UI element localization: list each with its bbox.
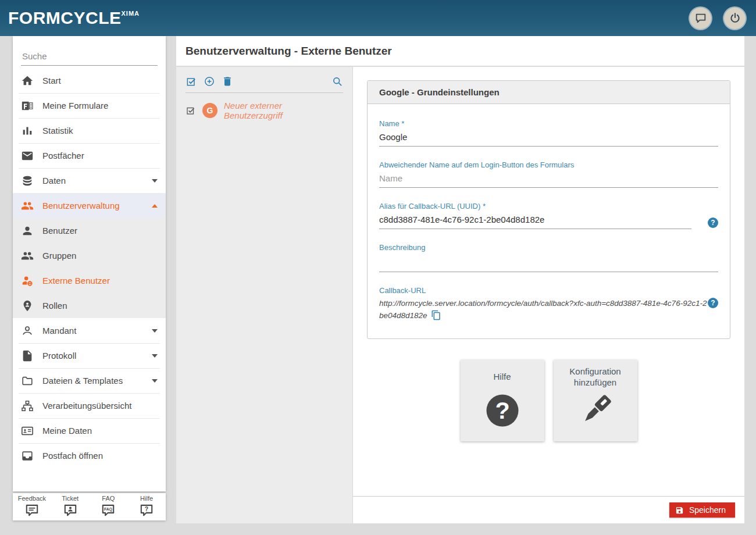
logout-button[interactable] [724, 8, 746, 29]
sidebar-item-externe-benutzer[interactable]: Externe Benutzer [13, 268, 166, 293]
sidebar-item-label: Verarbeitungsübersicht [42, 401, 131, 411]
app-logo: FORMCYCLEXIMA [8, 8, 140, 28]
user-globe-icon [21, 274, 34, 287]
help-icon[interactable]: ? [708, 217, 718, 228]
alt-name-input[interactable] [379, 172, 718, 188]
help-bubble-icon: ? [139, 502, 154, 518]
name-field-group: Name * [379, 119, 718, 147]
card-body: Name * Abweichender Name auf dem Login-B… [368, 104, 730, 338]
chevron-down-icon [152, 354, 158, 358]
list-toolbar [176, 67, 352, 92]
konfiguration-tile-label: Konfiguration hinzufügen [561, 366, 630, 389]
ticket-button[interactable]: Ticket [51, 493, 90, 520]
callback-url-value: http://formcycle.server.location/formcyc… [379, 298, 708, 322]
question-circle-icon: ? [483, 391, 522, 430]
sidebar-item-label: Benutzerverwaltung [42, 201, 120, 211]
sidebar-item-benutzerverwaltung[interactable]: Benutzerverwaltung [13, 193, 166, 218]
alt-name-label: Abweichender Name auf dem Login-Button d… [379, 160, 718, 169]
copy-icon[interactable] [431, 310, 441, 320]
sidebar-item-dateien-templates[interactable]: Dateien & Templates [13, 368, 166, 393]
sidebar-item-meine-formulare[interactable]: Meine Formulare [13, 93, 166, 118]
database-icon [21, 174, 34, 187]
svg-text:?: ? [145, 506, 148, 512]
action-tiles: Hilfe ? Konfiguration hinzufügen [353, 360, 744, 441]
search-icon[interactable] [331, 76, 343, 87]
sidebar-item-postfach-oeffnen[interactable]: Postfach öffnen [13, 443, 166, 468]
sidebar-item-verarbeitungsuebersicht[interactable]: Verarbeitungsübersicht [13, 393, 166, 418]
ticket-label: Ticket [62, 495, 79, 502]
id-card-icon [21, 425, 34, 437]
chevron-down-icon [152, 379, 158, 383]
chevron-up-icon [152, 204, 158, 208]
detail-panel: Google - Grundeinstellungen Name * Abwei… [352, 67, 744, 523]
external-users-list-panel: G Neuer externer Benutzerzugriff [176, 67, 352, 523]
sidebar-item-label: Dateien & Templates [42, 376, 123, 386]
faq-button[interactable]: FAQ FAQ [90, 493, 128, 520]
mail-icon [21, 149, 34, 162]
feedback-button[interactable]: Feedback [13, 493, 51, 520]
chevron-down-icon [152, 329, 158, 333]
chevron-down-icon [152, 179, 158, 183]
sidebar-item-label: Postfach öffnen [42, 451, 103, 461]
screwdriver-icon [576, 391, 615, 430]
sidebar-item-benutzer[interactable]: Benutzer [13, 218, 166, 243]
sidebar-footer: Feedback Ticket FAQ FAQ Hilfe [13, 493, 166, 520]
sidebar-item-mandant[interactable]: Mandant [13, 318, 166, 343]
sidebar-item-label: Rollen [42, 301, 67, 311]
feedback-bubble-icon [24, 502, 40, 518]
description-field-group: Beschreibung [379, 243, 718, 272]
select-all-checkbox[interactable] [186, 76, 197, 87]
alt-name-field-group: Abweichender Name auf dem Login-Button d… [379, 160, 718, 188]
sidebar-item-label: Start [42, 76, 61, 85]
name-label: Name * [379, 119, 718, 128]
list-item-google[interactable]: G Neuer externer Benutzerzugriff [176, 93, 352, 128]
sidebar-item-start[interactable]: Start [13, 68, 166, 93]
description-input[interactable] [379, 255, 718, 272]
feedback-label: Feedback [18, 495, 46, 502]
svg-text:?: ? [495, 397, 509, 424]
sidebar-item-label: Protokoll [42, 351, 76, 361]
feedback-chat-button[interactable] [690, 8, 711, 29]
svg-text:FAQ: FAQ [104, 507, 112, 512]
google-settings-card: Google - Grundeinstellungen Name * Abwei… [367, 80, 730, 339]
sidebar-item-label: Postfächer [42, 151, 84, 160]
logo-sup-text: XIMA [122, 10, 140, 17]
sidebar-item-label: Benutzer [42, 226, 77, 236]
faq-label: FAQ [102, 495, 115, 502]
pin-user-icon [21, 299, 34, 312]
sidebar-item-label: Daten [42, 176, 66, 186]
description-label: Beschreibung [379, 243, 718, 252]
row-checkbox[interactable] [186, 105, 196, 116]
add-button[interactable] [204, 76, 215, 87]
save-button[interactable]: Speichern [669, 502, 735, 518]
faq-bubble-icon: FAQ [101, 502, 116, 518]
sidebar-item-protokoll[interactable]: Protokoll [13, 343, 166, 368]
hilfe-tile-label: Hilfe [493, 366, 511, 389]
sidebar-item-gruppen[interactable]: Gruppen [13, 243, 166, 268]
callback-url-group: Callback-URL http://formcycle.server.loc… [379, 286, 718, 322]
search-input[interactable] [21, 49, 158, 66]
help-icon[interactable]: ? [708, 298, 718, 308]
hilfe-tile-button[interactable]: Hilfe ? [461, 360, 544, 441]
logo-text: FORMCYCLE [8, 8, 122, 27]
callback-url-label: Callback-URL [379, 286, 718, 295]
name-input[interactable] [379, 131, 718, 147]
alias-uuid-input[interactable] [379, 213, 691, 229]
alias-field-group: Alias für Callback-URL (UUID) * ? [379, 202, 718, 229]
delete-button[interactable] [222, 76, 233, 87]
chat-bubble-icon [694, 12, 707, 24]
sidebar-item-label: Meine Formulare [42, 101, 108, 110]
sidebar-item-rollen[interactable]: Rollen [13, 293, 166, 318]
sidebar-item-postfaecher[interactable]: Postfächer [13, 143, 166, 168]
callback-url-text: http://formcycle.server.location/formcyc… [379, 299, 707, 320]
sidebar-item-statistik[interactable]: Statistik [13, 118, 166, 143]
sidebar-item-meine-daten[interactable]: Meine Daten [13, 418, 166, 443]
sidebar: Start Meine Formulare Statistik Postfäch… [13, 36, 166, 491]
power-icon [729, 12, 741, 24]
konfiguration-hinzufuegen-tile-button[interactable]: Konfiguration hinzufügen [554, 360, 637, 441]
hilfe-button[interactable]: Hilfe ? [127, 493, 166, 520]
save-floppy-icon [675, 506, 684, 515]
sidebar-item-daten[interactable]: Daten [13, 168, 166, 193]
sidebar-nav: Start Meine Formulare Statistik Postfäch… [13, 68, 166, 468]
users-icon [21, 199, 34, 212]
